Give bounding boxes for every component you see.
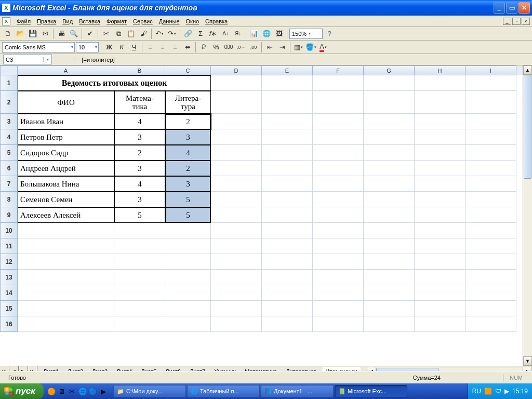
cell[interactable]	[313, 145, 364, 161]
cell-lit[interactable]: 2	[165, 114, 211, 129]
name-box[interactable]: C3 ▾	[3, 55, 52, 64]
cell[interactable]	[415, 207, 466, 223]
cell[interactable]	[211, 316, 262, 332]
cell-fio[interactable]: Андреев Андрей	[18, 161, 114, 176]
cell[interactable]	[415, 192, 466, 207]
menu-edit[interactable]: Правка	[34, 17, 59, 25]
row-header[interactable]: 3	[0, 114, 18, 129]
menu-tools[interactable]: Сервис	[130, 17, 156, 25]
cell[interactable]	[466, 145, 516, 161]
cell[interactable]	[262, 285, 313, 301]
cell[interactable]	[165, 301, 211, 316]
cell[interactable]	[313, 114, 364, 129]
row-header[interactable]: 6	[0, 161, 18, 176]
cell[interactable]	[466, 114, 516, 129]
cell[interactable]	[165, 254, 211, 270]
cell[interactable]	[415, 129, 466, 145]
cell[interactable]	[415, 285, 466, 301]
excel-doc-icon[interactable]: X	[2, 17, 10, 25]
menu-data[interactable]: Данные	[156, 17, 183, 25]
cell[interactable]	[211, 301, 262, 316]
cell[interactable]	[211, 270, 262, 285]
cell[interactable]	[415, 91, 466, 114]
cell[interactable]	[466, 161, 516, 176]
cell[interactable]	[114, 316, 165, 332]
cell[interactable]	[211, 114, 262, 129]
doc-close-button[interactable]: ×	[522, 18, 530, 25]
row-header[interactable]: 5	[0, 145, 18, 161]
paste-icon[interactable]: 📋	[125, 28, 137, 39]
cell[interactable]	[364, 91, 415, 114]
cell[interactable]	[466, 192, 516, 207]
cell[interactable]	[211, 161, 262, 176]
row-header[interactable]: 11	[0, 238, 18, 254]
cell[interactable]	[415, 145, 466, 161]
undo-icon[interactable]: ↶	[154, 28, 165, 39]
cell[interactable]	[364, 254, 415, 270]
cell[interactable]	[364, 207, 415, 223]
select-all-corner[interactable]	[0, 65, 18, 75]
cell[interactable]	[262, 270, 313, 285]
cell-header-lit[interactable]: Литера- тура	[165, 91, 211, 114]
cell[interactable]	[313, 316, 364, 332]
ql-icon[interactable]: 🖥	[57, 387, 66, 396]
cell[interactable]	[415, 223, 466, 238]
underline-icon[interactable]: Ч	[128, 42, 140, 53]
cell-fio[interactable]: Семенов Семен	[18, 192, 114, 207]
cell[interactable]	[165, 223, 211, 238]
cell-math[interactable]: 4	[114, 114, 165, 129]
merge-center-icon[interactable]: ⬌	[182, 42, 193, 53]
doc-minimize-button[interactable]: _	[503, 18, 511, 25]
cell-lit[interactable]: 3	[165, 176, 211, 192]
cell[interactable]	[262, 192, 313, 207]
cell-fio[interactable]: Петров Петр	[18, 129, 114, 145]
cell-lit[interactable]: 5	[165, 192, 211, 207]
cell[interactable]	[114, 254, 165, 270]
italic-icon[interactable]: К	[116, 42, 127, 53]
cell[interactable]	[466, 301, 516, 316]
row-header[interactable]: 8	[0, 192, 18, 207]
format-painter-icon[interactable]: 🖌	[138, 28, 149, 39]
cell[interactable]	[313, 176, 364, 192]
cell[interactable]	[364, 114, 415, 129]
cell[interactable]	[364, 75, 415, 91]
col-header-F[interactable]: F	[313, 65, 364, 75]
cell[interactable]	[466, 270, 516, 285]
open-icon[interactable]: 📂	[15, 28, 26, 39]
cell[interactable]	[364, 285, 415, 301]
ql-icon[interactable]: 🌐	[78, 387, 87, 396]
cell[interactable]	[211, 176, 262, 192]
fill-color-icon[interactable]: 🪣	[305, 42, 316, 53]
scroll-thumb[interactable]	[524, 75, 531, 179]
cell[interactable]	[466, 285, 516, 301]
font-color-icon[interactable]: A	[317, 42, 329, 53]
cell-lit[interactable]: 3	[165, 129, 211, 145]
cell-fio[interactable]: Большакова Нина	[18, 176, 114, 192]
cell[interactable]	[114, 285, 165, 301]
cell[interactable]	[211, 129, 262, 145]
tray-lang[interactable]: RU	[472, 388, 481, 395]
cell[interactable]	[364, 145, 415, 161]
align-center-icon[interactable]: ≡	[157, 42, 168, 53]
cell-math[interactable]: 5	[114, 207, 165, 223]
tray-icon[interactable]: 🛡	[495, 388, 501, 395]
row-header[interactable]: 2	[0, 91, 18, 114]
decrease-decimal-icon[interactable]: ,00	[248, 42, 259, 53]
comma-icon[interactable]: 000	[223, 42, 234, 53]
percent-icon[interactable]: %	[210, 42, 222, 53]
cell[interactable]	[211, 75, 262, 91]
font-size-combo[interactable]: 10▾	[76, 42, 99, 52]
cell[interactable]	[211, 207, 262, 223]
scroll-down-icon[interactable]: ▼	[523, 356, 532, 366]
scroll-up-icon[interactable]: ▲	[523, 65, 532, 75]
cell[interactable]	[313, 285, 364, 301]
font-name-combo[interactable]: Comic Sans MS▾	[2, 42, 75, 52]
cell[interactable]	[466, 91, 516, 114]
cell[interactable]	[364, 270, 415, 285]
cell[interactable]	[262, 75, 313, 91]
cell[interactable]	[466, 223, 516, 238]
minimize-button[interactable]: _	[494, 2, 505, 14]
cell[interactable]	[211, 285, 262, 301]
redo-icon[interactable]: ↷	[166, 28, 178, 39]
cell[interactable]	[262, 114, 313, 129]
